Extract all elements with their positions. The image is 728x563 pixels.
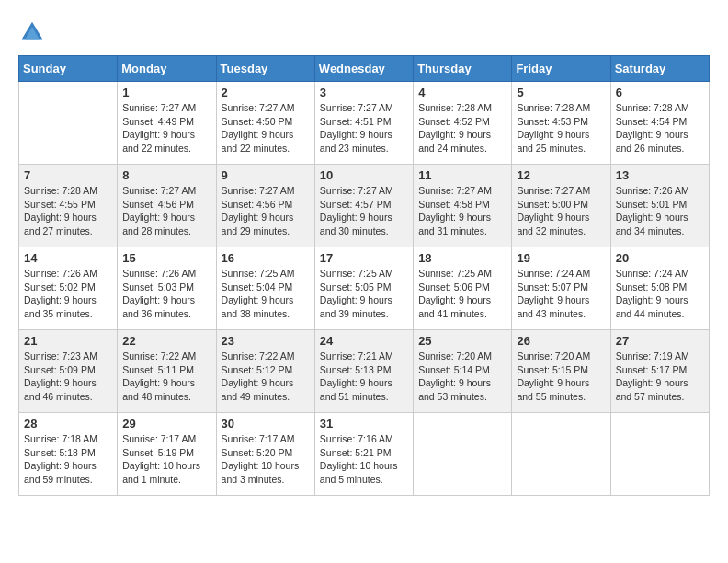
day-info: Sunrise: 7:23 AMSunset: 5:09 PMDaylight:… [24,350,112,404]
day-number: 9 [222,168,310,182]
calendar-cell: 13Sunrise: 7:26 AMSunset: 5:01 PMDayligh… [610,165,709,247]
day-header-thursday: Thursday [414,56,512,82]
day-info: Sunrise: 7:28 AMSunset: 4:55 PMDaylight:… [24,184,112,238]
day-number: 28 [24,417,112,431]
day-number: 15 [122,251,210,265]
day-number: 27 [616,334,704,348]
logo-icon [18,18,46,46]
calendar-cell: 18Sunrise: 7:25 AMSunset: 5:06 PMDayligh… [414,247,512,330]
day-info: Sunrise: 7:26 AMSunset: 5:01 PMDaylight:… [616,184,704,238]
day-number: 24 [320,334,408,348]
calendar-cell: 24Sunrise: 7:21 AMSunset: 5:13 PMDayligh… [314,330,413,413]
day-info: Sunrise: 7:27 AMSunset: 4:56 PMDaylight:… [122,184,210,238]
day-info: Sunrise: 7:25 AMSunset: 5:05 PMDaylight:… [320,267,408,321]
day-number: 7 [24,168,112,182]
calendar-week-row: 28Sunrise: 7:18 AMSunset: 5:18 PMDayligh… [19,413,710,496]
day-info: Sunrise: 7:25 AMSunset: 5:06 PMDaylight:… [418,267,506,321]
calendar-cell: 5Sunrise: 7:28 AMSunset: 4:53 PMDaylight… [512,82,610,165]
calendar-cell: 12Sunrise: 7:27 AMSunset: 5:00 PMDayligh… [512,165,610,247]
day-number: 29 [122,417,210,431]
header [18,18,710,46]
calendar-cell [610,413,709,496]
day-number: 4 [418,86,506,99]
calendar-week-row: 7Sunrise: 7:28 AMSunset: 4:55 PMDaylight… [19,165,710,247]
calendar-cell: 26Sunrise: 7:20 AMSunset: 5:15 PMDayligh… [512,330,610,413]
day-info: Sunrise: 7:20 AMSunset: 5:14 PMDaylight:… [418,350,506,404]
day-info: Sunrise: 7:17 AMSunset: 5:19 PMDaylight:… [122,432,210,487]
day-number: 6 [616,86,704,99]
day-number: 30 [222,417,310,431]
day-number: 1 [122,86,210,99]
calendar-cell: 7Sunrise: 7:28 AMSunset: 4:55 PMDaylight… [19,165,118,247]
calendar-week-row: 21Sunrise: 7:23 AMSunset: 5:09 PMDayligh… [19,330,710,413]
calendar-cell: 31Sunrise: 7:16 AMSunset: 5:21 PMDayligh… [314,413,413,496]
day-number: 11 [418,168,506,182]
calendar-body: 1Sunrise: 7:27 AMSunset: 4:49 PMDaylight… [19,82,710,496]
calendar-cell: 20Sunrise: 7:24 AMSunset: 5:08 PMDayligh… [610,247,709,330]
day-info: Sunrise: 7:18 AMSunset: 5:18 PMDaylight:… [24,432,112,487]
calendar-cell: 9Sunrise: 7:27 AMSunset: 4:56 PMDaylight… [216,165,314,247]
day-info: Sunrise: 7:26 AMSunset: 5:02 PMDaylight:… [24,267,112,321]
calendar-cell: 27Sunrise: 7:19 AMSunset: 5:17 PMDayligh… [610,330,709,413]
day-number: 18 [418,251,506,265]
day-info: Sunrise: 7:28 AMSunset: 4:54 PMDaylight:… [616,101,704,155]
day-header-monday: Monday [118,56,216,82]
day-info: Sunrise: 7:22 AMSunset: 5:12 PMDaylight:… [222,350,310,404]
day-number: 13 [616,168,704,182]
day-number: 31 [320,417,408,431]
calendar-cell [512,413,610,496]
day-info: Sunrise: 7:27 AMSunset: 4:57 PMDaylight:… [320,184,408,238]
day-header-sunday: Sunday [19,56,118,82]
day-number: 2 [222,86,310,99]
calendar-cell: 3Sunrise: 7:27 AMSunset: 4:51 PMDaylight… [314,82,413,165]
day-info: Sunrise: 7:20 AMSunset: 5:15 PMDaylight:… [517,350,605,404]
day-header-wednesday: Wednesday [314,56,413,82]
day-number: 12 [517,168,605,182]
day-number: 19 [517,251,605,265]
day-info: Sunrise: 7:16 AMSunset: 5:21 PMDaylight:… [320,432,408,487]
day-number: 5 [517,86,605,99]
day-info: Sunrise: 7:27 AMSunset: 4:58 PMDaylight:… [418,184,506,238]
day-info: Sunrise: 7:28 AMSunset: 4:53 PMDaylight:… [517,101,605,155]
day-info: Sunrise: 7:27 AMSunset: 4:49 PMDaylight:… [122,101,210,155]
calendar-cell: 15Sunrise: 7:26 AMSunset: 5:03 PMDayligh… [118,247,216,330]
day-number: 10 [320,168,408,182]
calendar-cell: 4Sunrise: 7:28 AMSunset: 4:52 PMDaylight… [414,82,512,165]
day-info: Sunrise: 7:27 AMSunset: 4:56 PMDaylight:… [222,184,310,238]
day-number: 8 [122,168,210,182]
day-info: Sunrise: 7:21 AMSunset: 5:13 PMDaylight:… [320,350,408,404]
calendar-cell [19,82,118,165]
day-number: 21 [24,334,112,348]
calendar-cell: 22Sunrise: 7:22 AMSunset: 5:11 PMDayligh… [118,330,216,413]
calendar-cell: 11Sunrise: 7:27 AMSunset: 4:58 PMDayligh… [414,165,512,247]
calendar-cell: 2Sunrise: 7:27 AMSunset: 4:50 PMDaylight… [216,82,314,165]
day-info: Sunrise: 7:27 AMSunset: 4:50 PMDaylight:… [222,101,310,155]
calendar-cell [414,413,512,496]
day-info: Sunrise: 7:19 AMSunset: 5:17 PMDaylight:… [616,350,704,404]
day-number: 22 [122,334,210,348]
day-info: Sunrise: 7:22 AMSunset: 5:11 PMDaylight:… [122,350,210,404]
calendar-cell: 21Sunrise: 7:23 AMSunset: 5:09 PMDayligh… [19,330,118,413]
day-header-tuesday: Tuesday [216,56,314,82]
calendar-cell: 8Sunrise: 7:27 AMSunset: 4:56 PMDaylight… [118,165,216,247]
calendar-cell: 28Sunrise: 7:18 AMSunset: 5:18 PMDayligh… [19,413,118,496]
day-info: Sunrise: 7:17 AMSunset: 5:20 PMDaylight:… [222,432,310,487]
calendar-cell: 25Sunrise: 7:20 AMSunset: 5:14 PMDayligh… [414,330,512,413]
calendar-cell: 30Sunrise: 7:17 AMSunset: 5:20 PMDayligh… [216,413,314,496]
day-header-saturday: Saturday [610,56,709,82]
calendar-week-row: 1Sunrise: 7:27 AMSunset: 4:49 PMDaylight… [19,82,710,165]
day-info: Sunrise: 7:26 AMSunset: 5:03 PMDaylight:… [122,267,210,321]
day-info: Sunrise: 7:25 AMSunset: 5:04 PMDaylight:… [222,267,310,321]
calendar-cell: 17Sunrise: 7:25 AMSunset: 5:05 PMDayligh… [314,247,413,330]
day-number: 25 [418,334,506,348]
day-header-friday: Friday [512,56,610,82]
day-number: 20 [616,251,704,265]
day-number: 14 [24,251,112,265]
calendar-cell: 19Sunrise: 7:24 AMSunset: 5:07 PMDayligh… [512,247,610,330]
logo [18,18,50,46]
calendar-header-row: SundayMondayTuesdayWednesdayThursdayFrid… [19,56,710,82]
day-number: 26 [517,334,605,348]
day-info: Sunrise: 7:28 AMSunset: 4:52 PMDaylight:… [418,101,506,155]
calendar-week-row: 14Sunrise: 7:26 AMSunset: 5:02 PMDayligh… [19,247,710,330]
calendar-cell: 6Sunrise: 7:28 AMSunset: 4:54 PMDaylight… [610,82,709,165]
